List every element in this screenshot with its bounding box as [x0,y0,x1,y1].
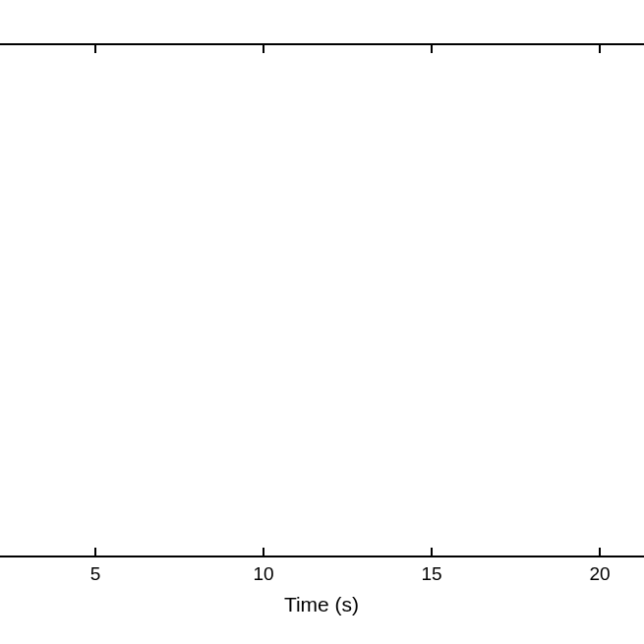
xtick-label-15: 15 [421,563,441,585]
bottom-tick-15 [431,548,433,556]
top-tick-10 [263,45,264,53]
bottom-tick-20 [599,548,601,556]
xtick-label-5: 5 [90,563,101,585]
x-axis-label: Time (s) [284,593,359,616]
xtick-label-10: 10 [253,563,273,585]
bottom-axis-line [0,556,644,557]
bottom-tick-5 [94,548,96,556]
top-tick-20 [599,45,601,53]
xtick-label-20: 20 [589,563,610,585]
top-tick-15 [431,45,433,53]
top-axis-line [0,43,644,45]
chart-container: 5 10 15 20 Time (s) [0,0,644,644]
bottom-tick-10 [263,548,264,556]
top-tick-5 [94,45,96,53]
